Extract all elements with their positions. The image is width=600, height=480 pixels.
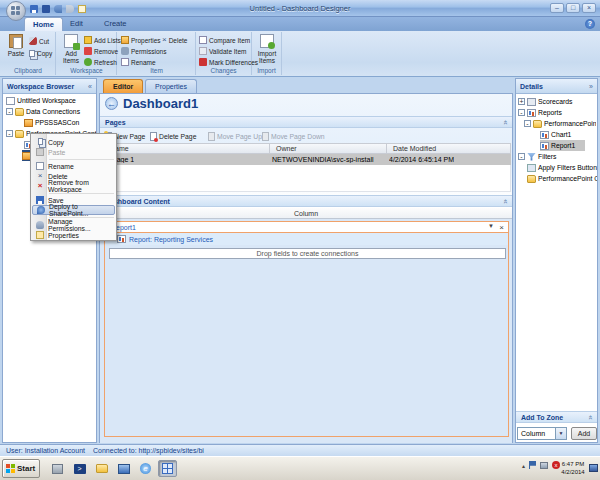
dropdown-arrow-icon[interactable]: ▼ bbox=[555, 428, 566, 439]
zone-dropdown[interactable]: Column ▼ bbox=[517, 427, 567, 440]
rename-button[interactable]: Rename bbox=[121, 57, 156, 67]
tab-properties[interactable]: Properties bbox=[145, 79, 197, 93]
tree-item-data-connections[interactable]: - Data Connections bbox=[6, 106, 96, 117]
details-item-reports[interactable]: - Reports bbox=[518, 107, 596, 118]
undo-icon[interactable] bbox=[54, 5, 62, 13]
menu-item-copy[interactable]: Copy bbox=[32, 137, 115, 147]
collapse-panel-icon[interactable]: « bbox=[88, 83, 92, 90]
close-button[interactable]: × bbox=[582, 3, 596, 13]
ribbon: Paste Cut Copy Clipboard Add Items Add L… bbox=[0, 31, 600, 77]
report-close-icon[interactable]: × bbox=[499, 223, 504, 232]
tab-edit[interactable]: Edit bbox=[62, 17, 91, 31]
save-icon[interactable] bbox=[30, 5, 38, 13]
expander-icon[interactable]: - bbox=[524, 120, 531, 127]
start-button[interactable]: Start bbox=[2, 459, 40, 478]
cut-button[interactable]: Cut bbox=[29, 36, 49, 46]
quicklaunch-powershell[interactable]: > bbox=[70, 460, 89, 477]
ribbon-group-import: Import Items Import bbox=[252, 32, 282, 75]
details-item-apply-filters-button[interactable]: Apply Filters Button bbox=[527, 162, 597, 173]
tab-home[interactable]: Home bbox=[24, 17, 63, 31]
hidden-icons-arrow[interactable]: ▴ bbox=[522, 462, 525, 469]
scorecard-icon bbox=[527, 98, 536, 106]
section-collapse-icon[interactable]: « bbox=[500, 120, 509, 124]
details-item-filters[interactable]: - Filters bbox=[518, 151, 596, 162]
properties-button[interactable]: Properties bbox=[121, 35, 161, 45]
taskbar-clock[interactable]: 6:47 PM 4/2/2014 bbox=[558, 460, 588, 476]
compare-item-button[interactable]: Compare Item bbox=[199, 35, 250, 45]
redo-icon[interactable] bbox=[66, 5, 74, 13]
dashboard-content-section-header[interactable]: Dashboard Content « bbox=[100, 195, 512, 207]
expander-icon[interactable]: - bbox=[6, 130, 13, 137]
expander-icon[interactable]: - bbox=[518, 109, 525, 116]
group-label-changes: Changes bbox=[196, 67, 251, 74]
add-items-button[interactable]: Add Items bbox=[58, 34, 84, 64]
details-item-report1-selected[interactable]: Report1 bbox=[540, 140, 585, 151]
paste-button[interactable]: Paste bbox=[3, 34, 29, 57]
menu-item-paste[interactable]: Paste bbox=[32, 147, 115, 157]
copy-button[interactable]: Copy bbox=[29, 48, 52, 58]
workspace-icon[interactable] bbox=[42, 5, 50, 13]
section-collapse-icon[interactable]: « bbox=[585, 415, 594, 419]
import-items-button[interactable]: Import Items bbox=[254, 34, 280, 64]
add-lists-button[interactable]: Add Lists bbox=[84, 35, 121, 45]
drop-fields-target[interactable]: Drop fields to create connections bbox=[109, 248, 506, 259]
editor-title: Dashboard1 bbox=[123, 96, 198, 111]
expand-panel-icon[interactable]: » bbox=[589, 83, 593, 90]
report-dropdown-icon[interactable]: ▼ bbox=[488, 223, 494, 229]
expander-icon[interactable]: + bbox=[518, 98, 525, 105]
move-page-down-button[interactable]: Move Page Down bbox=[262, 130, 325, 142]
menu-item-properties[interactable]: Properties bbox=[32, 230, 115, 240]
add-to-zone-header[interactable]: Add To Zone « bbox=[516, 411, 597, 423]
permissions-icon bbox=[36, 221, 44, 229]
table-row-page1[interactable]: Page 1 NETWOVENINDIA\svc-sp-install 4/2/… bbox=[104, 154, 511, 165]
permissions-button[interactable]: Permissions bbox=[121, 46, 166, 56]
details-item-pp-content[interactable]: - PerformancePoint Content bbox=[524, 118, 596, 129]
details-item-filters-pp-content[interactable]: PerformancePoint Content bbox=[527, 173, 597, 184]
pages-section-header[interactable]: Pages « bbox=[100, 116, 512, 128]
action-center-flag-icon[interactable] bbox=[529, 461, 536, 469]
remove-button[interactable]: Remove bbox=[84, 46, 118, 56]
office-button[interactable] bbox=[6, 1, 26, 21]
report-header[interactable]: Report1 ▼ × bbox=[105, 222, 508, 233]
add-button[interactable]: Add bbox=[571, 427, 597, 440]
delete-page-button[interactable]: Delete Page bbox=[150, 130, 196, 142]
delete-button[interactable]: ×Delete bbox=[162, 35, 187, 45]
tab-editor[interactable]: Editor bbox=[103, 79, 143, 93]
quicklaunch-internet-explorer[interactable]: e bbox=[136, 460, 155, 477]
column-header-date-modified[interactable]: Date Modified bbox=[387, 143, 511, 154]
menu-item-rename[interactable]: Rename bbox=[32, 161, 115, 171]
details-item-chart1[interactable]: Chart1 bbox=[540, 129, 596, 140]
status-bar: User: Installation Account Connected to:… bbox=[0, 444, 600, 456]
minimize-button[interactable]: – bbox=[550, 3, 564, 13]
new-item-icon[interactable] bbox=[78, 5, 86, 13]
menu-item-manage-permissions[interactable]: Manage Permissions... bbox=[32, 220, 115, 230]
mark-differences-button[interactable]: Mark Differences bbox=[199, 57, 258, 67]
dashboard-designer-logo-icon bbox=[11, 6, 21, 16]
back-button[interactable]: ← bbox=[105, 97, 118, 110]
quicklaunch-explorer[interactable] bbox=[92, 460, 111, 477]
expander-icon[interactable]: - bbox=[6, 108, 13, 115]
details-item-scorecards[interactable]: + Scorecards bbox=[518, 96, 596, 107]
tree-item-untitled-workspace[interactable]: Untitled Workspace bbox=[6, 95, 96, 106]
tab-create[interactable]: Create bbox=[96, 17, 135, 31]
report-type-row[interactable]: Report: Reporting Services bbox=[105, 233, 508, 245]
menu-item-remove-from-workspace[interactable]: × Remove from Workspace bbox=[32, 181, 115, 191]
language-indicator-icon[interactable] bbox=[589, 464, 598, 472]
section-collapse-icon[interactable]: « bbox=[500, 199, 509, 203]
quicklaunch-server-manager[interactable] bbox=[48, 460, 67, 477]
tray-network-icon[interactable] bbox=[540, 462, 548, 469]
refresh-button[interactable]: Refresh bbox=[84, 57, 117, 67]
move-page-up-button[interactable]: Move Page Up bbox=[208, 130, 262, 142]
tree-item-ppsssascon[interactable]: PPSSSASCon bbox=[24, 117, 96, 128]
quicklaunch-network[interactable] bbox=[114, 460, 133, 477]
expander-icon[interactable]: - bbox=[518, 153, 525, 160]
menu-item-deploy-to-sharepoint[interactable]: Deploy to SharePoint... bbox=[32, 205, 115, 215]
help-button[interactable]: ? bbox=[585, 19, 595, 29]
dashboard-designer-icon bbox=[162, 463, 173, 474]
validate-item-button[interactable]: Validate Item bbox=[199, 46, 246, 56]
taskbar-dashboard-designer-active[interactable] bbox=[158, 460, 177, 477]
clock-date: 4/2/2014 bbox=[558, 468, 588, 476]
maximize-button[interactable]: □ bbox=[566, 3, 580, 13]
column-header-owner[interactable]: Owner bbox=[270, 143, 387, 154]
column-header-name[interactable]: Name bbox=[104, 143, 270, 154]
